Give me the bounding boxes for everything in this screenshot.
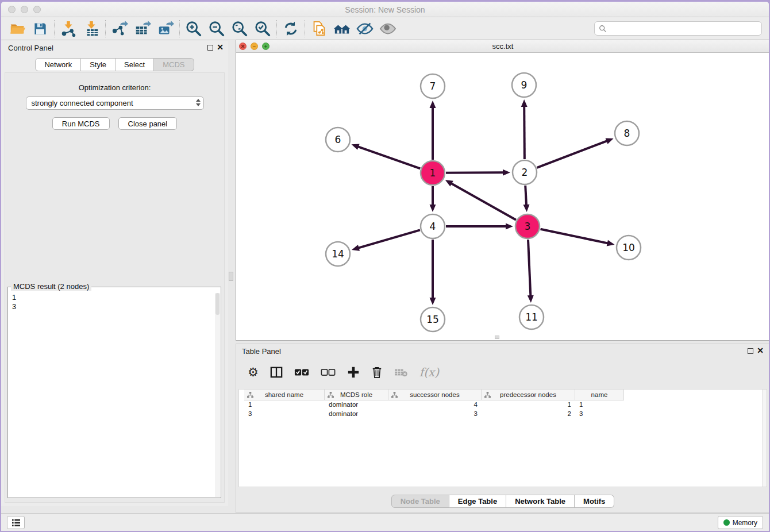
edge-arrowhead: [430, 205, 436, 212]
save-session-button[interactable]: [29, 19, 52, 38]
import-table-button[interactable]: [80, 19, 103, 38]
graph-node-label: 9: [521, 79, 528, 91]
column-header-name[interactable]: name: [575, 390, 624, 400]
control-panel: Control Panel ✕ NetworkStyleSelectMCDS O…: [1, 41, 228, 506]
deselect-all-rows-button[interactable]: [321, 368, 336, 376]
column-header-predecessor-nodes[interactable]: predecessor nodes: [482, 390, 575, 400]
edge-2-9[interactable]: [524, 106, 525, 159]
tab-node-table[interactable]: Node Table: [391, 495, 449, 508]
close-panel-button[interactable]: Close panel: [118, 117, 178, 130]
float-table-panel-icon[interactable]: [748, 348, 753, 354]
open-session-button[interactable]: [6, 19, 29, 38]
window-title: Session: New Session: [1, 5, 769, 14]
hide-selected-button[interactable]: [353, 19, 376, 38]
table-cell[interactable]: dominator: [325, 410, 388, 419]
canvas-splitter-handle[interactable]: [495, 336, 499, 339]
edge-1-6[interactable]: [357, 147, 420, 168]
toolbar-separator: [276, 20, 277, 37]
import-network-button[interactable]: [57, 19, 80, 38]
run-mcds-button[interactable]: Run MCDS: [52, 117, 110, 130]
tab-network[interactable]: Network: [35, 58, 81, 71]
table-settings-button[interactable]: ⚙: [248, 367, 259, 378]
tab-mcds[interactable]: MCDS: [154, 58, 194, 71]
tab-motifs[interactable]: Motifs: [575, 495, 614, 508]
graph-node-label: 1: [430, 167, 436, 179]
network-window-titlebar: ✕ − + scc.txt: [236, 40, 769, 53]
search-input[interactable]: [610, 24, 761, 33]
refresh-layout-button[interactable]: [279, 19, 302, 38]
memory-status-icon: [723, 519, 730, 526]
memory-button[interactable]: Memory: [718, 516, 763, 529]
sort-hierarchy-icon: [328, 392, 334, 398]
table-cell[interactable]: 1: [575, 400, 624, 410]
table-row[interactable]: 3dominator323: [239, 410, 767, 419]
column-header-shared-name[interactable]: shared name: [244, 390, 325, 400]
edge-3-11[interactable]: [528, 240, 530, 296]
close-panel-icon[interactable]: ✕: [217, 43, 224, 52]
table-cell[interactable]: 4: [388, 400, 482, 410]
open-folder-icon: [9, 20, 26, 37]
export-image-button[interactable]: [154, 19, 177, 38]
close-table-panel-icon[interactable]: ✕: [757, 346, 764, 355]
table-cell[interactable]: dominator: [325, 400, 388, 410]
edge-1-2[interactable]: [446, 172, 504, 173]
column-layout-button[interactable]: [270, 366, 283, 379]
float-panel-icon[interactable]: [207, 45, 213, 51]
panel-splitter-handle[interactable]: [229, 272, 233, 281]
graph-node-label: 7: [430, 80, 436, 92]
edge-3-1[interactable]: [451, 183, 516, 220]
edge-arrowhead: [352, 144, 360, 149]
zoom-out-button[interactable]: [205, 19, 228, 38]
toolbar-separator: [179, 20, 180, 37]
table-scrollbar[interactable]: [762, 390, 767, 487]
tab-select[interactable]: Select: [116, 58, 154, 71]
table-row[interactable]: 1dominator411: [239, 400, 767, 410]
zoom-in-button[interactable]: [182, 19, 205, 38]
zoom-fit-icon: [231, 20, 248, 37]
table-panel-title: Table Panel: [242, 347, 281, 356]
mcds-result-box: MCDS result (2 nodes) 13: [7, 287, 221, 498]
table-cell[interactable]: 1: [244, 400, 325, 410]
column-header-successor-nodes[interactable]: successor nodes: [388, 390, 482, 400]
show-all-button[interactable]: [376, 19, 399, 38]
export-table-button[interactable]: [131, 19, 154, 38]
edge-2-8[interactable]: [537, 141, 607, 168]
table-cell[interactable]: 3: [244, 410, 325, 419]
sort-hierarchy-icon: [484, 392, 491, 398]
edge-3-10[interactable]: [541, 229, 609, 244]
column-header-MCDS-role[interactable]: MCDS role: [325, 390, 388, 400]
delete-column-button[interactable]: [371, 366, 383, 379]
deselect-all-icon: [321, 368, 336, 376]
tab-network-table[interactable]: Network Table: [506, 495, 575, 508]
column-header-label: shared name: [265, 391, 303, 398]
table-body: 1dominator4113dominator323: [239, 400, 767, 419]
table-cell[interactable]: 2: [482, 410, 575, 419]
result-scrollbar[interactable]: [215, 293, 220, 497]
tab-edge-table[interactable]: Edge Table: [449, 495, 506, 508]
edge-arrowhead: [503, 169, 510, 176]
task-history-button[interactable]: [7, 516, 25, 529]
network-graph-canvas[interactable]: 7968124314101511: [236, 53, 769, 341]
trash-icon: [371, 366, 383, 379]
import-table-icon: [83, 20, 100, 37]
table-cell[interactable]: 1: [482, 400, 575, 410]
first-neighbors-button[interactable]: [330, 19, 353, 38]
table-row-gutter: [239, 390, 244, 400]
new-network-from-selection-button[interactable]: [307, 19, 330, 38]
export-network-button[interactable]: [108, 19, 131, 38]
table-cell[interactable]: 3: [388, 410, 482, 419]
plus-icon: [347, 366, 360, 379]
add-column-button[interactable]: [347, 366, 360, 379]
criterion-dropdown[interactable]: strongly connected component: [26, 97, 204, 110]
column-layout-icon: [270, 366, 283, 379]
zoom-selected-button[interactable]: [251, 19, 274, 38]
edge-4-14[interactable]: [358, 230, 420, 248]
mcds-result-list: 13: [8, 287, 221, 311]
table-cell[interactable]: 3: [575, 410, 624, 419]
search-field[interactable]: [594, 21, 762, 36]
tab-style[interactable]: Style: [81, 58, 116, 71]
select-all-rows-button[interactable]: [294, 368, 309, 376]
zoom-fit-button[interactable]: [228, 19, 251, 38]
edge-2-3[interactable]: [525, 186, 526, 206]
toolbar-separator: [105, 20, 106, 37]
